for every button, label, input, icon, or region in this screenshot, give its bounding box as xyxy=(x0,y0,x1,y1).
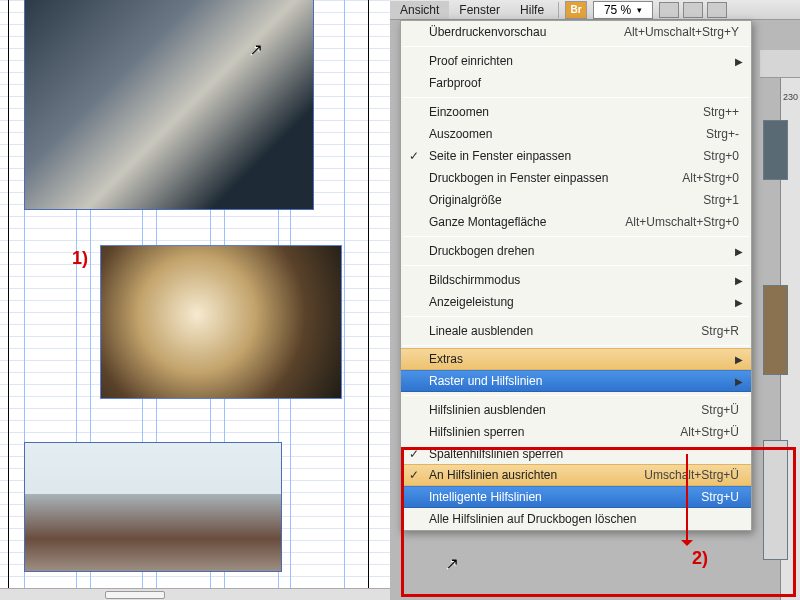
menu-item[interactable]: EinzoomenStrg++ xyxy=(401,101,751,123)
menu-item[interactable]: Proof einrichten▶ xyxy=(401,50,751,72)
menu-item[interactable]: AuszoomenStrg+- xyxy=(401,123,751,145)
submenu-arrow-icon: ▶ xyxy=(735,246,743,257)
menu-item[interactable]: Raster und Hilfslinien▶ xyxy=(401,370,751,392)
menu-fenster[interactable]: Fenster xyxy=(449,1,510,19)
horizontal-scrollbar[interactable] xyxy=(0,588,390,600)
menu-item[interactable]: Druckbogen in Fenster einpassenAlt+Strg+… xyxy=(401,167,751,189)
menu-item[interactable]: OriginalgrößeStrg+1 xyxy=(401,189,751,211)
bg-image-thumb-1 xyxy=(763,120,788,180)
screen-mode-icon[interactable] xyxy=(683,2,703,18)
placed-image-3[interactable] xyxy=(24,442,282,572)
menu-item[interactable]: Hilfslinien sperrenAlt+Strg+Ü xyxy=(401,421,751,443)
menu-item[interactable]: Hilfslinien ausblendenStrg+Ü xyxy=(401,399,751,421)
bridge-button[interactable]: Br xyxy=(565,1,587,19)
submenu-arrow-icon: ▶ xyxy=(735,275,743,286)
page-edge-left xyxy=(8,0,9,600)
page-edge-right xyxy=(368,0,369,600)
tutorial-highlight-box xyxy=(401,447,796,597)
view-mode-icon[interactable] xyxy=(659,2,679,18)
menu-separator xyxy=(558,2,559,18)
menu-bar: Ansicht Fenster Hilfe Br 75 %▾ xyxy=(390,0,800,20)
zoom-field[interactable]: 75 %▾ xyxy=(593,1,653,19)
menu-item[interactable]: Lineale ausblendenStrg+R xyxy=(401,320,751,342)
menu-ansicht[interactable]: Ansicht xyxy=(390,1,449,19)
menu-item[interactable]: Seite in Fenster einpassenStrg+0 xyxy=(401,145,751,167)
menu-hilfe[interactable]: Hilfe xyxy=(510,1,554,19)
annotation-1: 1) xyxy=(72,248,88,269)
tutorial-arrow xyxy=(686,454,688,544)
submenu-arrow-icon: ▶ xyxy=(735,354,743,365)
placed-image-1[interactable] xyxy=(24,0,314,210)
submenu-arrow-icon: ▶ xyxy=(735,56,743,67)
control-panel xyxy=(760,50,800,78)
arrange-icon[interactable] xyxy=(707,2,727,18)
annotation-2: 2) xyxy=(692,548,708,569)
menu-item[interactable]: Anzeigeleistung▶ xyxy=(401,291,751,313)
menu-item[interactable]: ÜberdruckenvorschauAlt+Umschalt+Strg+Y xyxy=(401,21,751,43)
document-canvas[interactable]: // we'll add baselines via JS below to a… xyxy=(0,0,390,600)
submenu-arrow-icon: ▶ xyxy=(735,376,743,387)
menu-item[interactable]: Extras▶ xyxy=(401,348,751,370)
placed-image-2[interactable] xyxy=(100,245,342,399)
menu-item[interactable]: Ganze MontageflächeAlt+Umschalt+Strg+0 xyxy=(401,211,751,233)
menu-item[interactable]: Bildschirmmodus▶ xyxy=(401,269,751,291)
submenu-arrow-icon: ▶ xyxy=(735,297,743,308)
menu-item[interactable]: Druckbogen drehen▶ xyxy=(401,240,751,262)
bg-image-thumb-2 xyxy=(763,285,788,375)
menu-item[interactable]: Farbproof xyxy=(401,72,751,94)
